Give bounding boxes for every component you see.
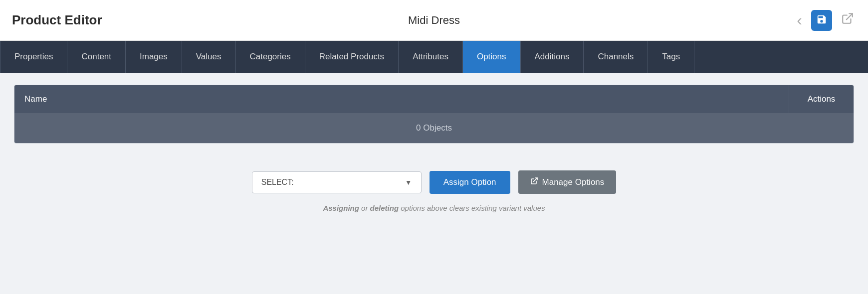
content-area: Name Actions 0 Objects SELECT: ▼ Assign … xyxy=(0,73,868,239)
external-link-icon xyxy=(841,12,854,28)
col-actions-header: Actions xyxy=(789,85,854,113)
product-name: Midi Dress xyxy=(408,14,460,27)
table-body: 0 Objects xyxy=(14,113,854,143)
app-container: Product Editor Midi Dress ‹ xyxy=(0,0,868,239)
tab-additions[interactable]: Additions xyxy=(521,41,584,73)
assign-option-button[interactable]: Assign Option xyxy=(430,171,510,194)
tab-attributes[interactable]: Attributes xyxy=(399,41,463,73)
manage-options-label: Manage Options xyxy=(542,177,605,187)
tab-content[interactable]: Content xyxy=(67,41,126,73)
tab-channels[interactable]: Channels xyxy=(584,41,648,73)
empty-message: 0 Objects xyxy=(14,113,854,143)
chevron-down-icon: ▼ xyxy=(405,178,412,186)
external-link-button[interactable] xyxy=(839,10,856,30)
manage-external-icon xyxy=(530,177,538,187)
save-button[interactable] xyxy=(811,10,832,31)
tab-values[interactable]: Values xyxy=(182,41,236,73)
manage-options-button[interactable]: Manage Options xyxy=(518,170,617,194)
header: Product Editor Midi Dress ‹ xyxy=(0,0,868,41)
app-title: Product Editor xyxy=(12,12,102,28)
table-header: Name Actions xyxy=(14,85,854,113)
header-actions: ‹ xyxy=(795,9,856,31)
svg-line-0 xyxy=(847,13,853,19)
back-icon: ‹ xyxy=(797,11,802,29)
col-name-header: Name xyxy=(14,85,789,113)
bottom-panel: SELECT: ▼ Assign Option Manage Options xyxy=(14,155,854,227)
save-icon xyxy=(816,12,827,28)
tab-properties[interactable]: Properties xyxy=(0,41,67,73)
select-label: SELECT: xyxy=(261,178,294,187)
back-button[interactable]: ‹ xyxy=(795,9,804,31)
tab-images[interactable]: Images xyxy=(126,41,182,73)
tab-tags[interactable]: Tags xyxy=(648,41,694,73)
notice-text: Assigning or deleting options above clea… xyxy=(323,204,545,212)
tab-related-products[interactable]: Related Products xyxy=(305,41,399,73)
tab-options[interactable]: Options xyxy=(463,41,521,73)
tab-categories[interactable]: Categories xyxy=(236,41,305,73)
controls-row: SELECT: ▼ Assign Option Manage Options xyxy=(252,170,617,194)
option-select[interactable]: SELECT: ▼ xyxy=(252,171,422,193)
nav-tabs: Properties Content Images Values Categor… xyxy=(0,41,868,73)
options-table: Name Actions 0 Objects xyxy=(14,85,854,144)
svg-line-1 xyxy=(533,178,537,181)
